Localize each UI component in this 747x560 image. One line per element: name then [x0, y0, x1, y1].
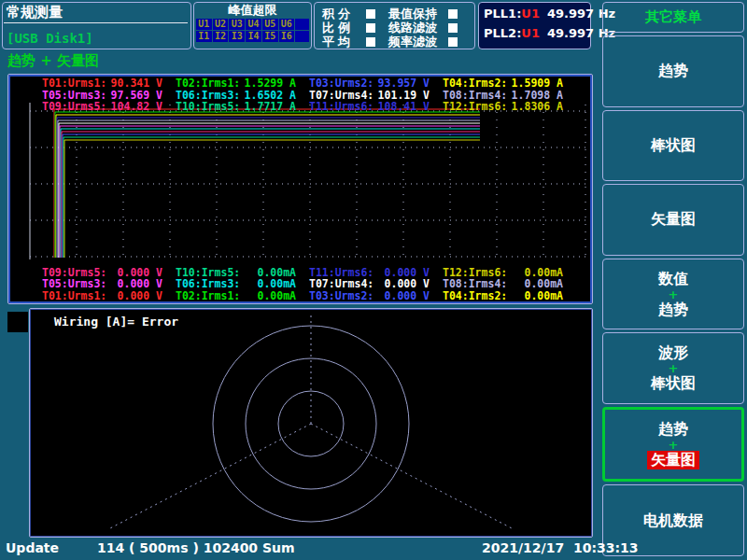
option-row-integrate: 积 分 最值保持 [322, 7, 474, 21]
readout-t04-irms2: T04:Irms2:0.00mA [443, 289, 576, 301]
readout-t02-irms1: T02:Irms1:0.00mA [176, 289, 309, 301]
freq-filter-checkbox [448, 37, 458, 47]
option-row-average: 平 均 频率滤波 [322, 35, 474, 49]
readout-t02-irms1: T02:Irms1:1.5299 A [176, 77, 309, 89]
readout-t10-irms5: T10:Irms5:1.7717 A [176, 100, 309, 112]
ratio-checkbox [366, 23, 375, 33]
option-char: 积 [322, 7, 338, 21]
readout-t07-urms4: T07:Urms4:0.000 V [309, 277, 443, 289]
readout-t07-urms4: T07:Urms4:101.19 V [309, 89, 443, 101]
readout-t09-urms5: T09:Urms5:0.000 V [42, 266, 176, 278]
option-char: 分 [338, 7, 366, 21]
readout-t08-irms4: T08:Irms4:0.00mA [443, 277, 576, 289]
plus-icon: + [669, 288, 679, 301]
vector-axis-right [311, 424, 512, 528]
readout-t05-urms3: T05:Urms3:0.000 V [42, 277, 176, 289]
pll-box: PLL1:U149.997 Hz PLL2:U149.997 Hz [478, 2, 591, 49]
trend-trace-3 [56, 115, 480, 258]
menu-item-bar-chart[interactable]: 棒状图 [602, 110, 744, 182]
menu-item-label: 棒状图 [651, 374, 696, 393]
trend-readouts-cursor: T09:Urms5:0.000 VT10:Irms5:0.00mAT11:Urm… [42, 266, 576, 301]
trend-trace-11 [63, 137, 480, 258]
peak-cell-i3: I3 [229, 31, 245, 42]
trend-trace-12 [64, 140, 480, 258]
menu-item-vector-chart[interactable]: 矢量图 [602, 184, 744, 256]
readout-t10-irms5: T10:Irms5:0.00mA [176, 266, 309, 278]
integrate-checkbox [366, 9, 375, 19]
peak-cell-i4: I4 [246, 31, 261, 42]
readout-t09-urms5: T09:Urms5:104.82 V [42, 100, 176, 112]
max-hold-label: 最值保持 [388, 7, 448, 21]
trend-trace-6 [59, 123, 480, 258]
readout-t05-urms3: T05:Urms3:97.569 V [42, 89, 176, 101]
right-menu: 其它菜单 趋势 棒状图 矢量图 数值 + 趋势 波形 + 棒状图 趋势 + 矢量… [602, 2, 744, 556]
menu-item-numeric-plus-trend[interactable]: 数值 + 趋势 [602, 259, 744, 330]
line-filter-label: 线路滤波 [388, 21, 448, 35]
menu-item-trend-plus-vector[interactable]: 趋势 + 矢量图 [602, 407, 744, 483]
update-label: Update [6, 540, 59, 555]
peak-cell-i6: I6 [279, 31, 295, 42]
option-char: 均 [338, 35, 366, 49]
peak-cell-i5: I5 [262, 31, 278, 42]
menu-item-label-highlighted: 矢量图 [647, 451, 699, 469]
average-checkbox [366, 37, 375, 47]
pll1-row: PLL1:U149.997 Hz [484, 7, 590, 26]
mode-box: 常规测量 [USB Disk1] [2, 2, 191, 49]
readout-t06-irms3: T06:Irms3:1.6502 A [176, 89, 309, 101]
status-bar: Update 114 ( 500ms ) 102400 Sum 2021/12/… [0, 538, 747, 560]
peak-cell-i-blank [295, 31, 309, 42]
menu-item-label: 趋势 [658, 420, 688, 439]
readout-t11-urms6: T11:Urms6:0.000 V [309, 266, 443, 278]
readout-t06-irms3: T06:Irms3:0.00mA [176, 277, 309, 289]
readout-t03-urms2: T03:Urms2:93.957 V [309, 77, 443, 89]
option-char: 比 [322, 21, 338, 35]
trend-trace-10 [63, 134, 480, 258]
trend-trace-5 [58, 120, 480, 258]
pll2-label: PLL2: [484, 26, 521, 40]
datetime: 2021/12/17 10:33:13 [482, 540, 639, 555]
readout-t12-irms6: T12:Irms6:0.00mA [443, 266, 576, 278]
peak-cell-u-blank [295, 19, 309, 30]
peak-cell-u3: U3 [229, 19, 245, 30]
menu-item-label: 趋势 [658, 301, 688, 319]
storage-status: [USB Disk1] [7, 31, 93, 46]
pll2-row: PLL2:U149.997 Hz [484, 26, 590, 46]
option-char: 平 [322, 35, 338, 49]
peak-over-limit-title: 峰值超限 [194, 3, 311, 18]
peak-current-row: I1 I2 I3 I4 I5 I6 [196, 31, 309, 42]
measure-options-box: 积 分 最值保持 比 例 线路滤波 平 均 频率滤波 [314, 2, 475, 49]
menu-item-label: 波形 [658, 343, 688, 362]
trend-readouts-current: T01:Urms1:90.341 VT02:Irms1:1.5299 AT03:… [42, 77, 576, 112]
menu-item-trend[interactable]: 趋势 [602, 35, 744, 107]
menu-title: 其它菜单 [602, 2, 744, 33]
freq-filter-label: 频率滤波 [388, 35, 448, 49]
option-char: 例 [338, 21, 366, 35]
update-counter: 114 ( 500ms ) 102400 Sum [97, 540, 295, 555]
element-marker-square [7, 312, 28, 332]
readout-t01-urms1: T01:Urms1:0.000 V [42, 289, 176, 301]
plus-icon: + [669, 439, 679, 451]
pll2-source: U1 [521, 26, 540, 40]
peak-voltage-row: U1 U2 U3 U4 U5 U6 [196, 19, 309, 30]
menu-item-label: 趋势 [658, 62, 688, 80]
option-row-ratio: 比 例 线路滤波 [322, 21, 474, 35]
peak-cell-i1: I1 [196, 31, 212, 42]
trend-chart-panel: T01:Urms1:90.341 VT02:Irms1:1.5299 AT03:… [7, 74, 593, 304]
pll1-label: PLL1: [484, 7, 521, 21]
trend-trace-2 [55, 112, 480, 258]
trend-trace-8 [61, 129, 480, 258]
peak-over-limit-box: 峰值超限 U1 U2 U3 U4 U5 U6 I1 I2 I3 I4 I5 I6 [193, 2, 312, 49]
vector-chart [30, 309, 592, 537]
trend-trace-4 [57, 118, 480, 258]
menu-item-label: 矢量图 [651, 210, 696, 229]
peak-cell-u5: U5 [262, 19, 278, 30]
readout-t08-irms4: T08:Irms4:1.7098 A [443, 89, 576, 101]
readout-t01-urms1: T01:Urms1:90.341 V [42, 77, 176, 89]
menu-item-waveform-plus-bar[interactable]: 波形 + 棒状图 [602, 332, 744, 404]
menu-item-label: 电机数据 [643, 511, 703, 530]
pll1-source: U1 [521, 7, 540, 21]
readout-t04-irms2: T04:Irms2:1.5909 A [443, 77, 576, 89]
menu-item-label: 数值 [658, 270, 688, 288]
peak-cell-u6: U6 [279, 19, 295, 30]
vector-axis-left [110, 424, 311, 528]
